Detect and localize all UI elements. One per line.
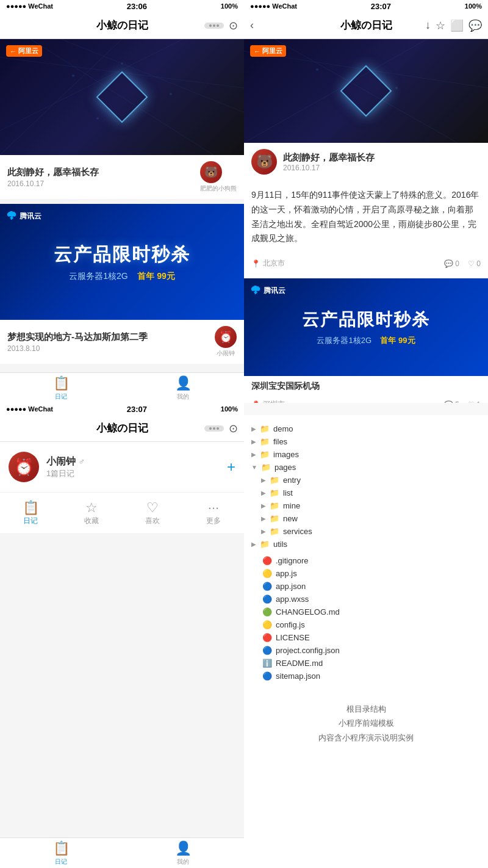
file-icon-projectconfig: 🔵	[262, 646, 272, 655]
time-right: 23:07	[371, 2, 391, 11]
card-alicloud[interactable]: ← 阿里云 此刻静好，愿幸福长存 2016.10.17 🐻 肥肥的小狗熊	[0, 39, 244, 199]
file-row-new[interactable]: ▶ 📁 new	[249, 512, 483, 525]
card-tencent[interactable]: 🌩 腾讯云 云产品限时秒杀 云服务器1核2G 首年 99元 梦想实现的地方-马达…	[0, 204, 244, 364]
file-row-readme[interactable]: ℹ️ README.md	[249, 657, 483, 670]
file-icon-sitemap: 🔵	[262, 671, 272, 681]
empty-content	[0, 534, 244, 853]
file-tree-body: ▶ 📁 demo ▶ 📁 files ▶ 📁 images ▼ 📁 pages …	[244, 415, 488, 690]
article-alicloud-banner: ← 阿里云	[244, 39, 488, 143]
comment-icon[interactable]: 💬	[468, 19, 482, 32]
file-row-appwxss[interactable]: 🔵 app.wxss	[249, 593, 483, 606]
file-row-utils[interactable]: ▶ 📁 utils	[249, 538, 483, 551]
file-name-configjs: config.js	[276, 620, 305, 629]
author-avatar: 🐻	[251, 149, 277, 175]
card2-author-section: ⏰ 小闹钟	[215, 326, 237, 358]
tab-profile-bottom[interactable]: 👤 我的	[122, 838, 244, 868]
file-name-demo: demo	[273, 424, 293, 433]
more-tab-icon: ···	[183, 500, 244, 516]
file-row-sitemap[interactable]: 🔵 sitemap.json	[249, 670, 483, 682]
file-row-pages[interactable]: ▼ 📁 pages	[249, 461, 483, 474]
card1-author-section: 🐻 肥肥的小狗熊	[200, 161, 237, 193]
location-info: 📍 北京市	[251, 258, 285, 269]
second-post[interactable]: 🌩 腾讯云 云产品限时秒杀 云服务器1核2G 首年 99元 深圳宝安国际机场 📍…	[244, 278, 488, 403]
file-name-list: list	[283, 488, 293, 497]
card1-meta: 此刻静好，愿幸福长存 2016.10.17 🐻 肥肥的小狗熊	[0, 155, 244, 199]
add-button[interactable]: +	[227, 458, 235, 476]
file-name-sitemap: sitemap.json	[276, 671, 320, 681]
file-name-new: new	[283, 514, 298, 523]
file-row-files[interactable]: ▶ 📁 files	[249, 435, 483, 448]
folder-icon-pages: 📁	[261, 463, 271, 472]
left-nav-title: 小鲸の日记	[96, 18, 148, 32]
expand-entry: ▶	[261, 477, 266, 483]
footer-line2: 小程序前端模板	[244, 716, 488, 730]
file-icon-gitignore: 🔴	[262, 556, 272, 565]
scan-icon-bottom[interactable]: ⊙	[229, 422, 238, 435]
left-tab-bar: 📋 日记 👤 我的	[0, 372, 244, 403]
profile-avatar: ⏰	[9, 452, 39, 482]
diary-tab-label: 日记	[23, 516, 38, 525]
file-row-list[interactable]: ▶ 📁 list	[249, 486, 483, 499]
file-name-appjson: app.json	[276, 582, 306, 591]
tab-diary-bottom[interactable]: 📋 日记	[0, 838, 122, 868]
file-row-entry[interactable]: ▶ 📁 entry	[249, 474, 483, 486]
file-tree-panel: ▶ 📁 demo ▶ 📁 files ▶ 📁 images ▼ 📁 pages …	[244, 403, 488, 868]
file-row-appjson[interactable]: 🔵 app.json	[249, 580, 483, 593]
left-nav-actions: ⊙	[204, 19, 238, 32]
left-status-bar: ●●●●● WeChat 23:06 100%	[0, 0, 244, 12]
card2-meta: 梦想实现的地方-马达加斯加第二季 2013.8.10 ⏰ 小闹钟	[0, 320, 244, 364]
glowing-cube-right	[340, 65, 392, 117]
card2-avatar: ⏰	[215, 326, 237, 348]
tencent-main-right: 云产品限时秒杀	[302, 308, 430, 331]
article-text: 9月11日，15年的911事件使这天蒙上了特殊的意义。2016年的这一天，怀着激…	[251, 188, 481, 246]
tab-more[interactable]: ··· 更多	[183, 493, 244, 533]
more-tab-label: 更多	[206, 516, 221, 525]
file-row-license[interactable]: 🔴 LICENSE	[249, 631, 483, 644]
folder-icon-list: 📁	[270, 488, 279, 497]
tencent-banner-right: 🌩 腾讯云 云产品限时秒杀 云服务器1核2G 首年 99元	[244, 278, 488, 376]
share-icon[interactable]: ⬜	[450, 19, 464, 32]
tencent-sub-text: 云服务器1核2G 首年 99元	[54, 271, 190, 282]
alicloud-banner: ← 阿里云	[0, 39, 244, 155]
back-icon[interactable]: ‹	[250, 19, 254, 32]
tab-diary-profile[interactable]: 📋 日记	[0, 493, 61, 533]
alicloud-logo-right: ← 阿里云	[250, 45, 286, 57]
file-row-mine[interactable]: ▶ 📁 mine	[249, 499, 483, 512]
svg-point-7	[170, 93, 172, 95]
svg-point-13	[395, 87, 398, 89]
more-options-button[interactable]	[204, 23, 224, 29]
file-row-changelog[interactable]: 🟢 CHANGELOG.md	[249, 606, 483, 618]
expand-demo: ▶	[251, 425, 256, 432]
file-row-projectconfig[interactable]: 🔵 project.config.json	[249, 644, 483, 657]
file-row-configjs[interactable]: 🟡 config.js	[249, 618, 483, 631]
tab-diary[interactable]: 📋 日记	[0, 373, 122, 403]
tab-profile[interactable]: 👤 我的	[122, 373, 244, 403]
folder-icon-services: 📁	[270, 527, 279, 536]
scan-icon[interactable]: ⊙	[229, 19, 238, 32]
file-row-demo[interactable]: ▶ 📁 demo	[249, 422, 483, 435]
expand-utils: ▶	[251, 541, 256, 548]
file-row-gitignore[interactable]: 🔴 .gitignore	[249, 554, 483, 567]
file-row-appjs[interactable]: 🟡 app.js	[249, 567, 483, 580]
folder-icon-images: 📁	[260, 450, 270, 459]
tab-collection[interactable]: ☆ 收藏	[61, 493, 122, 533]
star-icon[interactable]: ☆	[436, 19, 445, 32]
card1-author: 肥肥的小狗熊	[200, 184, 237, 193]
time-left-bottom: 23:07	[127, 405, 147, 414]
tab-likes[interactable]: ♡ 喜欢	[122, 493, 183, 533]
card1-info: 此刻静好，愿幸福长存 2016.10.17	[7, 167, 99, 188]
profile-name: 小闹钟 ♂	[46, 455, 85, 468]
file-row-services[interactable]: ▶ 📁 services	[249, 525, 483, 538]
file-row-images[interactable]: ▶ 📁 images	[249, 448, 483, 461]
left-bottom-nav-title: 小鲸の日记	[96, 421, 148, 435]
signal-left-bottom: ●●●●● WeChat	[6, 405, 53, 413]
likes-tab-label: 喜欢	[145, 516, 160, 525]
download-icon[interactable]: ↓	[425, 19, 431, 32]
folder-icon-entry: 📁	[270, 476, 279, 485]
file-name-entry: entry	[283, 476, 301, 485]
more-dots-bottom[interactable]	[204, 425, 224, 432]
svg-point-12	[316, 68, 318, 71]
file-name-readme: README.md	[276, 659, 323, 668]
card1-avatar: 🐻	[200, 161, 222, 183]
expand-new: ▶	[261, 515, 266, 522]
